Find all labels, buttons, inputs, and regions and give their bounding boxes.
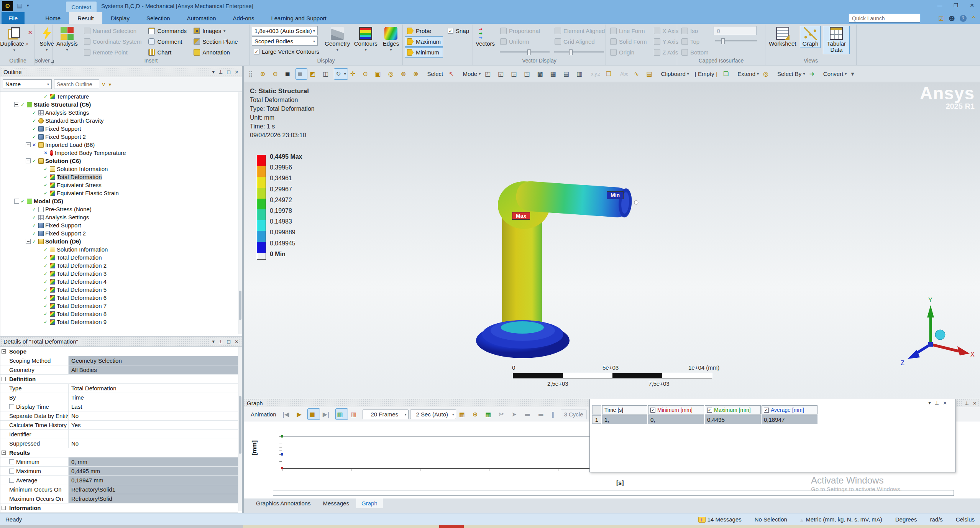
large-vertex-contours-checkbox[interactable]: Large Vertex Contours	[252, 47, 321, 56]
graph-view-button[interactable]: Graph	[800, 26, 820, 48]
mode-label[interactable]: Mode ▾	[460, 69, 483, 79]
feedback-icon[interactable]: ☑	[939, 15, 944, 22]
max-probe-tag[interactable]: Max	[512, 212, 530, 220]
extend-icon[interactable]: ❏	[722, 69, 733, 79]
vector-density-slider[interactable]	[554, 51, 604, 53]
orientation-triad[interactable]: Y X Z	[895, 295, 976, 370]
minimum-button[interactable]: Minimum	[405, 48, 443, 57]
tabular-data-row[interactable]: 1 1,0,0,44950,18947	[592, 415, 818, 424]
menu-tab[interactable]: Display	[102, 12, 138, 24]
tree-expander-icon[interactable]	[26, 158, 31, 163]
tree-item[interactable]: ✓ Total Deformation 4	[0, 278, 238, 286]
tabular-data-button[interactable]: Tabular Data	[823, 26, 849, 54]
filter-more-icon[interactable]: ▾	[108, 81, 111, 87]
details-row[interactable]: Type Total Deformation	[0, 384, 238, 393]
top-capped-button[interactable]: Top	[680, 37, 711, 46]
details-pin-icon[interactable]: ⊥	[218, 339, 223, 344]
selection-status[interactable]: No Selection	[755, 516, 787, 523]
isosurface-value-input[interactable]: 0	[714, 26, 757, 35]
line-form-button[interactable]: Line Form	[608, 26, 649, 36]
tree-item[interactable]: ✓ Total Deformation	[0, 173, 238, 181]
min-probe-tag[interactable]: Min	[607, 191, 624, 199]
shaded-view-icon[interactable]: ◼	[296, 69, 307, 79]
select-cursor-icon[interactable]: ↖	[447, 69, 458, 79]
tree-item[interactable]: ✓ Temperature	[0, 92, 238, 100]
contour-colors-icon[interactable]: ▦	[484, 409, 496, 419]
angular-rate-units-status[interactable]: rad/s	[930, 516, 942, 523]
details-row[interactable]: Calculate Time History Yes	[0, 421, 238, 430]
tree-item[interactable]: ✓ Solution Information	[0, 165, 238, 173]
expand-all-icon[interactable]: ∨	[102, 81, 105, 87]
outline-scrollbar[interactable]	[238, 92, 242, 334]
row-checkbox-icon[interactable]	[9, 404, 14, 409]
details-close-icon[interactable]: ×	[235, 339, 239, 344]
tree-item[interactable]: ✓ Pre-Stress (None)	[0, 205, 238, 213]
details-scrollbar[interactable]	[238, 347, 242, 511]
probe-annotation-icon[interactable]: ❑	[604, 69, 616, 79]
outline-scrollbar-thumb[interactable]	[239, 291, 241, 320]
bottom-tab[interactable]: Graph	[356, 498, 383, 508]
result-sets-icon[interactable]: ▥	[336, 409, 348, 419]
show-vertices-icon[interactable]: ◩	[308, 69, 320, 79]
menu-tab[interactable]: File	[2, 12, 25, 24]
tree-expander-icon[interactable]	[14, 102, 19, 107]
find-in-outline-icon[interactable]: ⌕	[26, 41, 28, 47]
tabular-close-icon[interactable]: ×	[943, 400, 947, 406]
tree-item[interactable]: ✓ Solution Information	[0, 245, 238, 253]
images-button[interactable]: Images▾	[192, 26, 240, 36]
details-row[interactable]: Scope	[0, 347, 238, 356]
coordinate-system-button[interactable]: Coordinate System	[82, 37, 144, 46]
convert-label[interactable]: Convert ▾	[820, 69, 849, 79]
row-checkbox-icon[interactable]	[9, 469, 14, 474]
tabular-cell[interactable]: 0,18947	[762, 415, 817, 424]
tree-item[interactable]: ✓ Total Deformation 5	[0, 286, 238, 294]
tree-expander-icon[interactable]	[26, 239, 31, 244]
details-scrollbar-thumb[interactable]	[239, 396, 241, 454]
row-checkbox-icon[interactable]	[9, 478, 14, 483]
remote-point-button[interactable]: Remote Point	[82, 48, 144, 57]
menu-tab[interactable]: Learning and Support	[263, 12, 335, 24]
details-row[interactable]: Results	[0, 448, 238, 457]
angle-units-status[interactable]: Degrees	[895, 516, 917, 523]
tree-item[interactable]: ✓ Total Deformation 9	[0, 318, 238, 326]
outline-close-icon[interactable]: ×	[235, 69, 239, 75]
delete-icon[interactable]: ✕	[28, 29, 33, 36]
collapse-ribbon-icon[interactable]: ⌃	[971, 15, 976, 22]
uniform-button[interactable]: Uniform	[498, 37, 550, 46]
edges-button[interactable]: Edges▾	[381, 26, 401, 53]
column-checkbox-icon[interactable]	[707, 408, 712, 413]
go-to-start-icon[interactable]: |◀	[281, 409, 294, 419]
tree-item[interactable]: ✓ Analysis Settings	[0, 109, 238, 117]
filter-type-combo[interactable]: Name▾	[3, 79, 52, 89]
group-collapse-icon[interactable]	[2, 506, 6, 510]
tree-item[interactable]: ✓ Total Deformation 3	[0, 270, 238, 278]
commands-button[interactable]: Commands	[146, 26, 189, 36]
zoom-fit-icon[interactable]: ◎	[387, 69, 398, 79]
zoom-capped-icon[interactable]: ⊛	[399, 69, 410, 79]
tree-item[interactable]: ✓ Static Structural (C5)	[0, 100, 238, 109]
tree-item[interactable]: ✓ Total Deformation 2	[0, 262, 238, 270]
tabular-column-header[interactable]: Minimum [mm]	[648, 405, 704, 415]
go-to-end-icon[interactable]: ▶|	[321, 409, 334, 419]
help-icon[interactable]: ?	[960, 15, 967, 22]
details-caret-icon[interactable]: ▾	[212, 339, 215, 344]
maximize-button[interactable]: ❐	[948, 0, 964, 11]
tree-item[interactable]: ✓ Equivalent Elastic Strain	[0, 189, 238, 197]
duplicate-button[interactable]: Duplicate ⌕ ▾	[4, 26, 25, 53]
details-row[interactable]: Minimum Occurs On Refractory\Solid1	[0, 485, 238, 494]
element-aligned-button[interactable]: Element Aligned	[553, 26, 607, 36]
details-row[interactable]: Suppressed No	[0, 439, 238, 448]
graph-pin-icon[interactable]: ⊥	[965, 400, 969, 406]
toolbar-drag-handle[interactable]: ⣿	[247, 69, 258, 79]
outline-panel-header[interactable]: Outline ▾⊥◻×	[0, 67, 242, 77]
z-axis-button[interactable]: Z Axis	[652, 48, 681, 57]
column-checkbox-icon[interactable]	[650, 408, 655, 413]
details-row[interactable]: Average 0,18947 mm	[0, 476, 238, 485]
tree-item[interactable]: ✓ Solution (D6)	[0, 237, 238, 245]
details-row[interactable]: Maximum Occurs On Refractory\Solid	[0, 494, 238, 503]
menu-tab[interactable]: Add-ons	[225, 12, 263, 24]
tabular-caret-icon[interactable]: ▾	[928, 400, 931, 406]
pan-icon[interactable]: ✛	[349, 69, 360, 79]
minimize-button[interactable]: —	[932, 0, 948, 11]
camera-export-icon[interactable]: ➤	[510, 409, 521, 419]
